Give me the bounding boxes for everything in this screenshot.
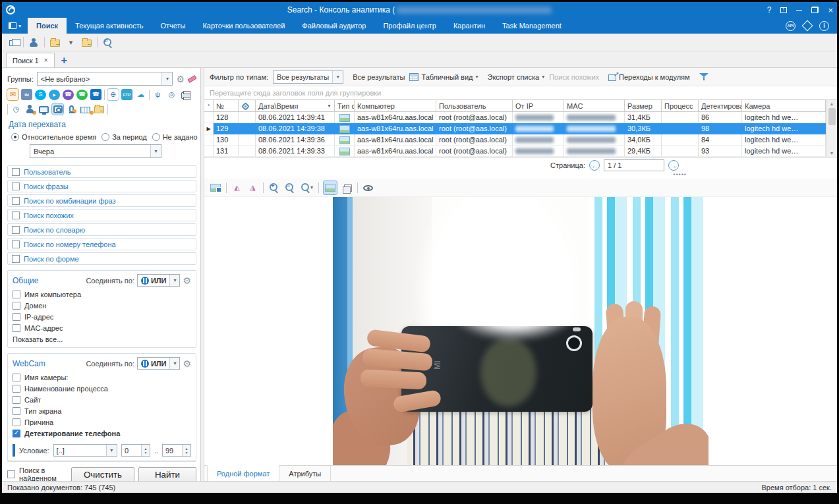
restore-button[interactable] [811, 7, 819, 13]
checkbox[interactable] [13, 291, 20, 298]
checkbox-item[interactable]: Сайт [13, 395, 191, 405]
checkbox[interactable] [13, 430, 20, 437]
filter-panel-6[interactable]: Поиск по форме [7, 252, 196, 265]
checkbox-item[interactable]: Имя камеры: [13, 372, 191, 383]
checkbox[interactable] [13, 324, 20, 332]
api-icon[interactable]: API [786, 21, 796, 31]
menu-tab-task-management[interactable]: Task Management [494, 18, 570, 34]
webcam-icon[interactable] [52, 103, 63, 115]
goto-modules-button[interactable]: Переходы к модулям [608, 73, 690, 81]
main-menu-button[interactable]: ▾ [2, 18, 28, 34]
checkbox-item[interactable]: Домен [13, 300, 191, 311]
all-results-label[interactable]: Все результаты [353, 73, 405, 81]
usb-icon[interactable]: ψ [152, 89, 163, 100]
ftp-icon[interactable]: FTP [121, 89, 132, 100]
id-search-icon[interactable]: ID [102, 37, 113, 48]
rotate-right-icon[interactable]: ◮ [247, 182, 258, 193]
add-tab-button[interactable]: + [55, 54, 74, 67]
printer-icon[interactable] [180, 89, 191, 100]
column-header-2[interactable] [239, 100, 256, 111]
rotate-left-icon[interactable]: ◭ [231, 182, 243, 193]
radio-period[interactable]: За период [101, 133, 146, 141]
help-button[interactable]: ? [767, 5, 772, 14]
zoom-in-icon[interactable]: + [268, 182, 279, 193]
column-header-10[interactable]: Процесс [662, 100, 699, 111]
tab-search-1[interactable]: Поиск 1 × [6, 53, 55, 67]
monitor-icon[interactable] [38, 103, 49, 115]
checkbox[interactable] [13, 418, 20, 426]
checkbox[interactable] [13, 302, 20, 310]
show-all-link[interactable]: Показать все... [13, 335, 191, 343]
webcam-settings-gear-icon[interactable]: ⚙ [183, 358, 191, 369]
groups-settings-gear-icon[interactable]: ⚙ [176, 74, 185, 84]
pin-window-button[interactable] [780, 7, 787, 13]
checkbox[interactable] [12, 255, 20, 263]
package-icon[interactable] [802, 20, 813, 32]
info-icon[interactable]: i [819, 21, 829, 31]
menu-tab-current-activity[interactable]: Текущая активность [67, 18, 152, 34]
eye-icon[interactable] [362, 182, 374, 193]
cloud-icon[interactable]: ☁ [135, 89, 146, 100]
mail-icon[interactable]: ✉ [7, 89, 18, 100]
checkbox[interactable] [12, 182, 20, 190]
im-icon[interactable]: IM [21, 89, 32, 100]
search-in-found-checkbox[interactable] [7, 470, 15, 478]
export-list-button[interactable]: Экспорт списка ▾ [488, 73, 545, 81]
scroll-down-icon[interactable]: ▼ [830, 151, 834, 155]
prev-page-button[interactable]: ← [589, 160, 600, 171]
type-filter-select[interactable]: Все результаты ▾ [273, 70, 343, 84]
checkbox-item[interactable]: Тип экрана [13, 406, 191, 416]
radio-relative-time[interactable]: Относительное время [11, 133, 96, 141]
clear-button[interactable]: Очистить [71, 467, 134, 482]
checkbox-item[interactable]: MAC-адрес [13, 323, 191, 333]
column-header-5[interactable]: Компьютер [355, 100, 436, 111]
close-button[interactable]: × [828, 6, 833, 14]
groups-select[interactable]: <Не выбрано> ▾ [37, 72, 173, 86]
telegram-icon[interactable]: ▶ [49, 90, 60, 100]
column-header-9[interactable]: Размер [625, 100, 662, 111]
filter-panel-3[interactable]: Поиск похожих [7, 209, 196, 221]
minimize-button[interactable] [796, 10, 802, 11]
table-view-button[interactable]: Табличный вид ▾ [409, 72, 478, 81]
find-button[interactable]: Найти [138, 467, 196, 482]
person-activity-icon[interactable] [24, 103, 36, 115]
checkbox[interactable] [13, 374, 20, 381]
device-icon[interactable]: ◎ [166, 89, 177, 100]
result-row-129[interactable]: ▶12908.06.2021 14:39:38aas-w81x64ru.aas.… [204, 123, 826, 134]
fit-window-icon[interactable] [324, 181, 337, 194]
relative-time-select[interactable]: Вчера ▾ [30, 144, 161, 158]
checkbox[interactable] [13, 385, 20, 393]
column-header-12[interactable]: Камера [742, 100, 826, 111]
checkbox[interactable] [12, 197, 20, 205]
next-page-button[interactable]: → [668, 160, 679, 171]
filter-panel-1[interactable]: Поиск фразы [7, 180, 196, 192]
windows-cascade-icon[interactable] [7, 37, 18, 48]
column-header-1[interactable]: № [214, 100, 239, 111]
eraser-icon[interactable] [187, 75, 196, 83]
microphone-icon[interactable] [66, 103, 77, 115]
menu-tab-quarantine[interactable]: Карантин [445, 18, 494, 34]
checkbox-item[interactable]: Детектирование телефона [13, 428, 191, 439]
column-header-3[interactable]: Дата\Время▼ [256, 100, 335, 111]
skype-icon[interactable]: S [35, 90, 46, 100]
user-search-icon[interactable] [28, 37, 40, 48]
zoom-level-icon[interactable]: ▾ [300, 182, 314, 193]
column-header-11[interactable]: Детектирова [699, 100, 742, 111]
scroll-thumb[interactable] [828, 108, 836, 125]
column-header-8[interactable]: MAC [564, 100, 625, 111]
clock-icon[interactable]: ◷ [11, 103, 22, 115]
splitter-grip[interactable]: ••••• [204, 173, 837, 179]
condition-operator-select[interactable]: [..] ▾ [53, 444, 117, 457]
http-globe-icon[interactable]: ⊕ [107, 89, 119, 100]
save-image-icon[interactable] [210, 182, 221, 193]
column-header-0[interactable]: * [204, 100, 214, 111]
zoom-out-icon[interactable]: − [284, 182, 295, 193]
menu-tab-file-auditor[interactable]: Файловый аудитор [293, 18, 374, 34]
page-input[interactable]: 1 / 1 [604, 159, 664, 171]
checkbox[interactable] [13, 407, 20, 415]
checkbox-item[interactable]: Имя компьютера [13, 289, 191, 300]
checkbox[interactable] [12, 226, 20, 234]
join-by-select[interactable]: ИЛИ ▾ [137, 357, 181, 370]
column-header-4[interactable]: Тип фа [335, 100, 355, 111]
viber-icon[interactable]: ☎ [63, 90, 74, 100]
